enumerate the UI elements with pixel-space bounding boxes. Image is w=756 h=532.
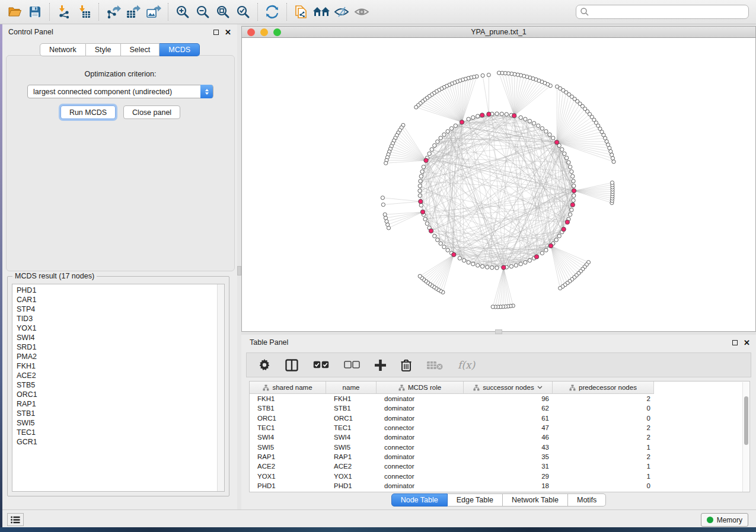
show-all-button[interactable] (352, 2, 372, 21)
table-cell[interactable]: PHD1 (326, 482, 377, 489)
graph-node[interactable] (436, 140, 439, 143)
graph-leaf-node[interactable] (610, 153, 614, 156)
criterion-select[interactable]: largest connected component (undirected) (27, 85, 213, 98)
float-panel-icon[interactable] (732, 340, 738, 345)
table-cell[interactable]: 2 (553, 434, 654, 441)
column-header-name[interactable]: name (326, 382, 377, 393)
table-cell[interactable]: 2 (553, 453, 654, 460)
graph-node[interactable] (436, 238, 439, 242)
graph-hub-node[interactable] (460, 120, 464, 124)
mcds-result-item[interactable]: SWI4 (12, 333, 217, 342)
table-cell[interactable]: 0 (553, 415, 654, 422)
splitter-handle[interactable] (237, 266, 241, 275)
table-cell[interactable]: 47 (464, 424, 553, 431)
select-all-button[interactable] (313, 361, 329, 369)
mcds-result-item[interactable]: STP4 (12, 305, 217, 314)
graph-node[interactable] (495, 266, 499, 270)
graph-leaf-node[interactable] (418, 274, 422, 278)
graph-hub-node[interactable] (562, 227, 566, 231)
column-header-shared-name[interactable]: shared name (250, 382, 326, 393)
table-cell[interactable]: 61 (464, 415, 553, 422)
tab-style[interactable]: Style (86, 43, 121, 56)
table-cell[interactable]: dominator (377, 405, 464, 412)
graph-hub-node[interactable] (429, 229, 433, 233)
graph-node[interactable] (418, 189, 422, 193)
close-panel-icon[interactable]: ✕ (744, 339, 750, 347)
export-network-button[interactable] (103, 2, 123, 21)
graph-node[interactable] (433, 143, 436, 147)
graph-node[interactable] (540, 251, 544, 255)
table-cell[interactable]: 31 (464, 463, 553, 470)
graph-node[interactable] (467, 261, 470, 264)
graph-node[interactable] (554, 238, 558, 242)
run-mcds-button[interactable]: Run MCDS (60, 105, 116, 119)
vertical-splitter[interactable] (237, 24, 241, 509)
tab-mcds[interactable]: MCDS (160, 43, 200, 56)
tab-motifs[interactable]: Motifs (568, 493, 606, 507)
graph-node[interactable] (557, 234, 561, 238)
table-cell[interactable]: dominator (377, 434, 464, 441)
graph-node[interactable] (519, 262, 522, 265)
table-cell[interactable]: connector (377, 473, 464, 480)
table-row[interactable]: SWI4SWI4dominator462 (250, 432, 749, 442)
network-window-titlebar[interactable]: YPA_prune.txt_1 (241, 26, 756, 38)
table-cell[interactable]: ACE2 (250, 463, 326, 470)
table-row[interactable]: ORC1ORC1dominator610 (250, 414, 749, 423)
graph-node[interactable] (454, 124, 457, 127)
graph-hub-node[interactable] (480, 113, 484, 117)
graph-node[interactable] (540, 127, 544, 130)
column-header-successor-nodes[interactable]: successor nodes (464, 382, 553, 393)
open-session-button[interactable] (5, 2, 25, 21)
mcds-result-item[interactable]: PMA2 (12, 352, 217, 361)
table-settings-button[interactable] (259, 359, 270, 371)
graph-node[interactable] (537, 124, 540, 127)
graph-node[interactable] (532, 121, 535, 125)
graph-hub-node[interactable] (548, 243, 553, 248)
graph-node[interactable] (571, 174, 575, 178)
graph-node[interactable] (567, 161, 570, 164)
graph-hub-node[interactable] (512, 114, 516, 118)
graph-leaf-node[interactable] (559, 286, 562, 290)
table-cell[interactable]: SWI5 (326, 444, 377, 451)
graph-hub-node[interactable] (452, 252, 456, 257)
table-cell[interactable]: FKH1 (326, 395, 377, 402)
float-panel-icon[interactable] (213, 30, 219, 35)
graph-node[interactable] (509, 265, 513, 268)
graph-node[interactable] (422, 165, 425, 169)
table-row[interactable]: PHD1PHD1dominator180 (250, 481, 749, 491)
table-cell[interactable]: YOX1 (326, 473, 377, 480)
graph-leaf-node[interactable] (481, 73, 484, 77)
table-cell[interactable]: dominator (377, 453, 464, 460)
graph-node[interactable] (476, 264, 480, 267)
graph-node[interactable] (572, 198, 575, 202)
table-scrollbar-thumb[interactable] (744, 396, 748, 445)
graph-node[interactable] (476, 114, 480, 118)
graph-node[interactable] (419, 174, 423, 178)
table-cell[interactable]: 18 (464, 482, 553, 489)
table-cell[interactable]: SWI4 (250, 434, 326, 441)
graph-node[interactable] (471, 262, 475, 265)
graph-hub-node[interactable] (502, 265, 506, 270)
graph-node[interactable] (572, 184, 576, 188)
graph-node[interactable] (458, 257, 461, 260)
graph-hub-node[interactable] (565, 220, 569, 224)
graph-hub-node[interactable] (554, 140, 559, 145)
graph-node[interactable] (420, 170, 424, 174)
table-cell[interactable]: SWI4 (326, 434, 377, 441)
graph-node[interactable] (572, 180, 575, 183)
mcds-result-item[interactable]: GCR1 (12, 437, 217, 447)
graph-node[interactable] (446, 248, 449, 252)
export-table-button[interactable] (123, 2, 143, 21)
graph-leaf-node[interactable] (555, 85, 559, 88)
import-table-button[interactable] (74, 2, 94, 21)
graph-node[interactable] (430, 148, 433, 151)
table-row[interactable]: TEC1TEC1connector472 (250, 423, 749, 432)
graph-node[interactable] (514, 264, 518, 267)
table-cell[interactable]: 62 (464, 405, 553, 412)
mcds-result-list[interactable]: PHD1CAR1STP4TID3YOX1SWI4SRD1PMA2FKH1ACE2… (12, 284, 225, 492)
table-cell[interactable]: RAP1 (250, 453, 326, 460)
mcds-result-item[interactable]: STB1 (12, 409, 217, 418)
table-scrollbar[interactable] (742, 382, 749, 492)
table-cell[interactable]: TEC1 (326, 424, 377, 431)
delete-column-button[interactable] (401, 359, 412, 371)
